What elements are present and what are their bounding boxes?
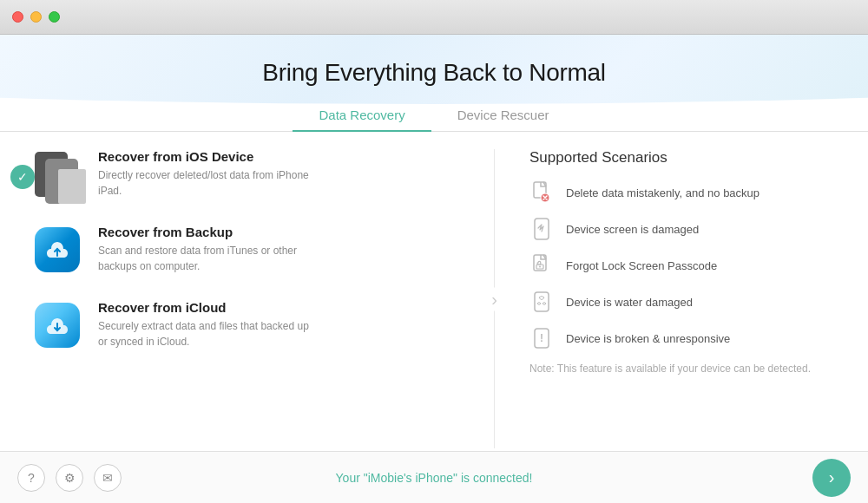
list-item[interactable]: Recover from iCloud Securely extract dat…	[35, 300, 477, 356]
device-screen-shape	[58, 169, 86, 204]
list-item: ! Device is broken & unresponsive	[529, 326, 842, 350]
svg-rect-6	[535, 292, 549, 311]
window-controls	[12, 11, 60, 23]
device-front-shape	[45, 159, 78, 204]
tab-data-recovery[interactable]: Data Recovery	[293, 101, 431, 131]
ios-item-text: Recover from iOS Device Directly recover…	[98, 149, 315, 199]
scenarios-heading: Supported Scenarios	[529, 149, 842, 167]
mail-icon: ✉	[102, 471, 113, 485]
minimize-button[interactable]	[30, 11, 42, 23]
svg-point-5	[539, 266, 541, 268]
backup-svg	[44, 237, 70, 263]
scenario-screen-text: Device screen is damaged	[566, 223, 699, 236]
list-item: Device screen is damaged	[529, 217, 842, 241]
settings-button[interactable]: ⚙	[56, 464, 83, 492]
tab-bar: Data Recovery Device Rescuer	[0, 101, 868, 132]
close-button[interactable]	[12, 11, 23, 23]
scenario-passcode-text: Forgot Lock Screen Passcode	[566, 259, 717, 272]
list-item[interactable]: Recover from iOS Device Directly recover…	[35, 149, 477, 206]
main-content: Bring Everything Back to Normal Data Rec…	[0, 35, 868, 451]
check-icon: ✓	[17, 170, 28, 184]
next-button[interactable]: ›	[812, 459, 851, 497]
svg-rect-2	[535, 219, 549, 239]
maximize-button[interactable]	[49, 11, 60, 23]
scenario-delete-text: Delete data mistakenly, and no backup	[566, 186, 760, 199]
next-arrow-icon: ›	[829, 467, 835, 487]
icloud-item-desc: Securely extract data and files that bac…	[98, 318, 315, 349]
icloud-svg	[43, 311, 71, 339]
columns-layout: ✓ Recover from iOS Device Directly recov…	[0, 140, 868, 451]
backup-item-desc: Scan and restore data from iTunes or oth…	[98, 243, 315, 274]
question-icon: ?	[28, 471, 35, 485]
water-damage-icon	[529, 290, 554, 314]
list-item: Device is water damaged	[529, 290, 842, 314]
tab-device-rescuer[interactable]: Device Rescuer	[431, 101, 575, 131]
scenario-broken-text: Device is broken & unresponsive	[566, 332, 730, 345]
list-item[interactable]: Recover from Backup Scan and restore dat…	[35, 225, 477, 281]
lock-icon	[529, 253, 554, 278]
help-button[interactable]: ?	[17, 464, 45, 492]
header: Bring Everything Back to Normal	[0, 35, 868, 87]
mail-button[interactable]: ✉	[94, 464, 122, 492]
screen-damage-icon	[529, 217, 554, 241]
icloud-item-title: Recover from iCloud	[98, 300, 315, 315]
left-column: ✓ Recover from iOS Device Directly recov…	[0, 140, 494, 451]
backup-item-text: Recover from Backup Scan and restore dat…	[98, 225, 315, 274]
ios-item-title: Recover from iOS Device	[98, 149, 315, 164]
bottom-icons-group: ? ⚙ ✉	[17, 464, 122, 492]
backup-icon	[35, 225, 82, 281]
icloud-item-text: Recover from iCloud Securely extract dat…	[98, 300, 315, 349]
list-item: Delete data mistakenly, and no backup	[529, 180, 842, 205]
list-item: Forgot Lock Screen Passcode	[529, 253, 842, 278]
page-title: Bring Everything Back to Normal	[0, 59, 868, 87]
file-delete-icon	[529, 180, 554, 205]
backup-item-title: Recover from Backup	[98, 225, 315, 239]
ios-item-desc: Directly recover deleted/lost data from …	[98, 167, 315, 199]
svg-text:!: !	[540, 332, 543, 344]
gear-icon: ⚙	[64, 471, 76, 485]
check-badge: ✓	[10, 165, 35, 189]
icloud-icon	[35, 300, 82, 356]
right-column: Supported Scenarios Delete data mistaken…	[495, 140, 868, 451]
title-bar	[0, 0, 868, 35]
scenario-water-text: Device is water damaged	[566, 296, 693, 309]
scenario-note: Note: This feature is available if your …	[529, 363, 842, 375]
connected-status: Your "iMobie's iPhone" is connected!	[336, 471, 533, 485]
bottom-bar: ? ⚙ ✉ Your "iMobie's iPhone" is connecte…	[0, 451, 868, 503]
column-divider	[494, 149, 495, 448]
ios-device-icon	[35, 149, 82, 206]
broken-icon: !	[529, 326, 554, 350]
